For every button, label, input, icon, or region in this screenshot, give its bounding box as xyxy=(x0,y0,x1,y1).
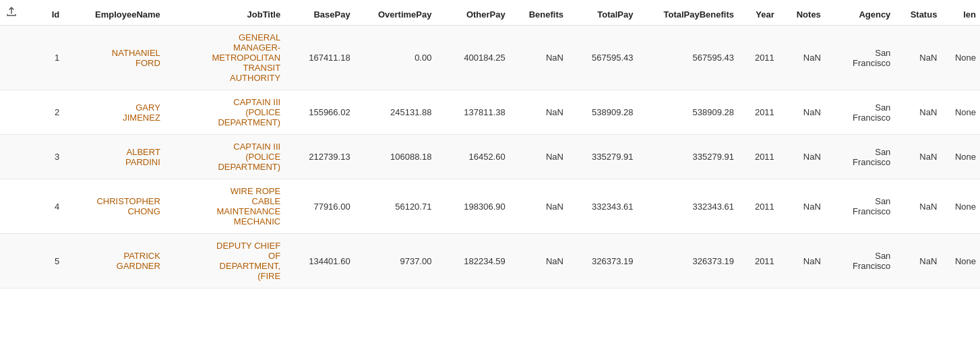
cell-jobtitle: CAPTAIN III (POLICE DEPARTMENT) xyxy=(164,90,284,135)
cell-totalpaybenfits: 567595.43 xyxy=(637,26,738,90)
cell-id: 1 xyxy=(28,26,63,90)
col-header-totalpaybenfits[interactable]: TotalPayBenefits xyxy=(637,0,738,26)
col-header-id[interactable]: Id xyxy=(28,0,63,26)
cell-overtimepay: 106088.18 xyxy=(355,135,436,179)
cell-totalpaybenfits: 332343.61 xyxy=(637,179,738,234)
cell-totalpay: 335279.91 xyxy=(568,135,638,179)
col-header-overtimepay[interactable]: OvertimePay xyxy=(355,0,436,26)
export-icon-header[interactable] xyxy=(0,0,28,26)
col-header-year[interactable]: Year xyxy=(738,0,778,26)
cell-benefits: NaN xyxy=(510,26,568,90)
cell-name: PATRICK GARDNER xyxy=(63,234,164,289)
col-header-name[interactable]: EmployeeName xyxy=(63,0,164,26)
col-header-notes[interactable]: Notes xyxy=(778,0,825,26)
cell-benefits: NaN xyxy=(510,90,568,135)
cell-len: None xyxy=(941,179,980,234)
cell-agency: San Francisco xyxy=(825,179,895,234)
cell-benefits: NaN xyxy=(510,179,568,234)
cell-status: NaN xyxy=(894,179,941,234)
cell-jobtitle: DEPUTY CHIEF OF DEPARTMENT, (FIRE xyxy=(164,234,284,289)
cell-notes: NaN xyxy=(778,26,825,90)
cell-overtimepay: 56120.71 xyxy=(355,179,436,234)
cell-agency: San Francisco xyxy=(825,234,895,289)
cell-len: None xyxy=(941,26,980,90)
row-icon-cell xyxy=(0,179,28,234)
col-header-len[interactable]: len xyxy=(941,0,980,26)
cell-id: 5 xyxy=(28,234,63,289)
cell-basepay: 77916.00 xyxy=(284,179,355,234)
cell-year: 2011 xyxy=(738,179,778,234)
row-icon-cell xyxy=(0,135,28,179)
cell-name: ALBERT PARDINI xyxy=(63,135,164,179)
cell-basepay: 134401.60 xyxy=(284,234,355,289)
cell-overtimepay: 0.00 xyxy=(355,26,436,90)
table-row: 1NATHANIEL FORDGENERAL MANAGER- METROPOL… xyxy=(0,26,980,90)
cell-totalpay: 538909.28 xyxy=(568,90,638,135)
col-header-totalpay[interactable]: TotalPay xyxy=(568,0,638,26)
cell-totalpay: 326373.19 xyxy=(568,234,638,289)
col-header-status[interactable]: Status xyxy=(894,0,941,26)
cell-name: NATHANIEL FORD xyxy=(63,26,164,90)
cell-status: NaN xyxy=(894,26,941,90)
row-icon-cell xyxy=(0,234,28,289)
cell-otherpay: 182234.59 xyxy=(435,234,509,289)
cell-name: CHRISTOPHER CHONG xyxy=(63,179,164,234)
cell-basepay: 167411.18 xyxy=(284,26,355,90)
cell-overtimepay: 245131.88 xyxy=(355,90,436,135)
cell-otherpay: 137811.38 xyxy=(435,90,509,135)
col-header-basepay[interactable]: BasePay xyxy=(284,0,355,26)
cell-status: NaN xyxy=(894,135,941,179)
cell-notes: NaN xyxy=(778,90,825,135)
cell-totalpay: 332343.61 xyxy=(568,179,638,234)
cell-jobtitle: CAPTAIN III (POLICE DEPARTMENT) xyxy=(164,135,284,179)
cell-basepay: 155966.02 xyxy=(284,90,355,135)
cell-year: 2011 xyxy=(738,26,778,90)
col-header-benefits[interactable]: Benefits xyxy=(510,0,568,26)
cell-otherpay: 16452.60 xyxy=(435,135,509,179)
table-row: 4CHRISTOPHER CHONGWIRE ROPE CABLE MAINTE… xyxy=(0,179,980,234)
cell-basepay: 212739.13 xyxy=(284,135,355,179)
cell-year: 2011 xyxy=(738,234,778,289)
cell-totalpay: 567595.43 xyxy=(568,26,638,90)
cell-agency: San Francisco xyxy=(825,90,895,135)
cell-benefits: NaN xyxy=(510,135,568,179)
cell-otherpay: 400184.25 xyxy=(435,26,509,90)
cell-id: 4 xyxy=(28,179,63,234)
col-header-agency[interactable]: Agency xyxy=(825,0,895,26)
cell-status: NaN xyxy=(894,90,941,135)
cell-len: None xyxy=(941,135,980,179)
table-header-row: Id EmployeeName JobTitle BasePay Overtim… xyxy=(0,0,980,26)
cell-len: None xyxy=(941,234,980,289)
export-icon xyxy=(5,5,18,18)
cell-totalpaybenfits: 326373.19 xyxy=(637,234,738,289)
cell-jobtitle: WIRE ROPE CABLE MAINTENANCE MECHANIC xyxy=(164,179,284,234)
cell-notes: NaN xyxy=(778,135,825,179)
cell-agency: San Francisco xyxy=(825,135,895,179)
cell-year: 2011 xyxy=(738,90,778,135)
cell-id: 3 xyxy=(28,135,63,179)
cell-benefits: NaN xyxy=(510,234,568,289)
cell-otherpay: 198306.90 xyxy=(435,179,509,234)
table-row: 2GARY JIMENEZCAPTAIN III (POLICE DEPARTM… xyxy=(0,90,980,135)
cell-overtimepay: 9737.00 xyxy=(355,234,436,289)
table-row: 5PATRICK GARDNERDEPUTY CHIEF OF DEPARTME… xyxy=(0,234,980,289)
cell-len: None xyxy=(941,90,980,135)
col-header-otherpay[interactable]: OtherPay xyxy=(435,0,509,26)
cell-totalpaybenfits: 538909.28 xyxy=(637,90,738,135)
cell-agency: San Francisco xyxy=(825,26,895,90)
cell-jobtitle: GENERAL MANAGER- METROPOLITAN TRANSIT AU… xyxy=(164,26,284,90)
col-header-title[interactable]: JobTitle xyxy=(164,0,284,26)
table-row: 3ALBERT PARDINICAPTAIN III (POLICE DEPAR… xyxy=(0,135,980,179)
data-table-container: Id EmployeeName JobTitle BasePay Overtim… xyxy=(0,0,980,364)
cell-totalpaybenfits: 335279.91 xyxy=(637,135,738,179)
cell-status: NaN xyxy=(894,234,941,289)
cell-notes: NaN xyxy=(778,179,825,234)
employee-table: Id EmployeeName JobTitle BasePay Overtim… xyxy=(0,0,980,289)
cell-name: GARY JIMENEZ xyxy=(63,90,164,135)
cell-notes: NaN xyxy=(778,234,825,289)
row-icon-cell xyxy=(0,90,28,135)
cell-id: 2 xyxy=(28,90,63,135)
row-icon-cell xyxy=(0,26,28,90)
cell-year: 2011 xyxy=(738,135,778,179)
